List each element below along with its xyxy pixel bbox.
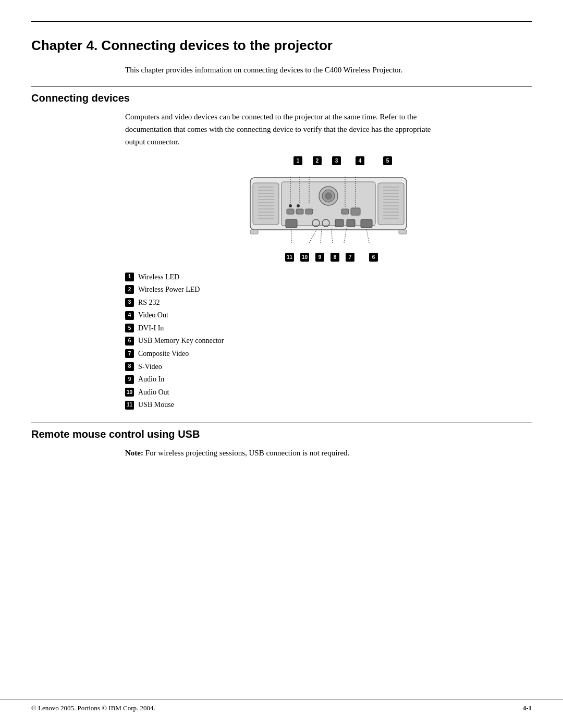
svg-rect-29	[287, 209, 294, 214]
section2: Remote mouse control using USB Note: For…	[31, 423, 532, 459]
svg-point-35	[297, 204, 300, 207]
legend-label-9: Audio In	[138, 374, 164, 385]
legend-badge-8: 8	[125, 362, 134, 371]
legend-label-6: USB Memory Key connector	[138, 336, 224, 346]
legend-badge-2: 2	[125, 285, 134, 294]
svg-rect-47	[250, 230, 258, 234]
footer-copyright: © Lenovo 2005. Portions © IBM Corp. 2004…	[31, 704, 155, 712]
svg-rect-33	[351, 208, 360, 215]
legend-label-11: USB Mouse	[138, 400, 174, 410]
num-badge-9: 9	[315, 253, 324, 262]
legend-badge-4: 4	[125, 311, 134, 320]
legend-label-7: Composite Video	[138, 349, 189, 359]
section1-rule	[31, 87, 532, 87]
svg-rect-32	[341, 209, 349, 214]
legend-item-6: 6 USB Memory Key connector	[125, 336, 532, 346]
num-badge-7: 7	[346, 253, 354, 262]
svg-rect-38	[335, 219, 344, 227]
legend-item-8: 8 S-Video	[125, 362, 532, 372]
legend-label-2: Wireless Power LED	[138, 285, 200, 295]
legend-badge-5: 5	[125, 324, 134, 332]
note-label: Note:	[125, 449, 145, 457]
svg-rect-30	[296, 209, 303, 214]
projector-illustration	[240, 167, 417, 251]
num-badge-8: 8	[331, 253, 339, 262]
legend-badge-1: 1	[125, 273, 134, 281]
svg-rect-37	[347, 219, 355, 227]
num-badge-2: 2	[313, 156, 322, 165]
legend-item-2: 2 Wireless Power LED	[125, 285, 532, 295]
footer-page-number: 4-1	[523, 704, 532, 712]
legend-item-5: 5 DVI-I In	[125, 323, 532, 334]
svg-rect-36	[361, 219, 372, 228]
legend-item-9: 9 Audio In	[125, 374, 532, 385]
num-badge-11: 11	[285, 253, 294, 262]
num-badge-1: 1	[293, 156, 302, 165]
legend-badge-3: 3	[125, 298, 134, 307]
svg-rect-48	[399, 230, 407, 234]
section2-rule	[31, 423, 532, 423]
legend-item-1: 1 Wireless LED	[125, 272, 532, 282]
chapter-title: Chapter 4. Connecting devices to the pro…	[31, 38, 532, 54]
section1-title: Connecting devices	[31, 92, 532, 104]
legend-label-10: Audio Out	[138, 387, 169, 398]
section1-body: Computers and video devices can be conne…	[125, 110, 532, 411]
legend-badge-9: 9	[125, 375, 134, 384]
bottom-numbers-row: 11 10 9 8 7 6	[279, 253, 378, 262]
note-paragraph: Note: For wireless projecting sessions, …	[125, 447, 448, 459]
legend-badge-10: 10	[125, 388, 134, 397]
svg-point-28	[325, 192, 332, 200]
legend-item-3: 3 RS 232	[125, 298, 532, 308]
legend-item-10: 10 Audio Out	[125, 387, 532, 398]
num-badge-6: 6	[369, 253, 378, 262]
legend-badge-7: 7	[125, 349, 134, 358]
section2-title: Remote mouse control using USB	[31, 428, 532, 440]
section2-body: Note: For wireless projecting sessions, …	[125, 447, 532, 459]
connector-legend: 1 Wireless LED 2 Wireless Power LED 3 RS…	[125, 272, 532, 411]
legend-label-3: RS 232	[138, 298, 160, 308]
note-text-body: For wireless projecting sessions, USB co…	[145, 449, 350, 457]
legend-label-5: DVI-I In	[138, 323, 164, 334]
svg-rect-31	[305, 209, 313, 214]
legend-badge-6: 6	[125, 337, 134, 346]
svg-line-50	[309, 229, 317, 243]
legend-item-11: 11 USB Mouse	[125, 400, 532, 410]
svg-line-54	[366, 229, 369, 243]
page-content: Chapter 4. Connecting devices to the pro…	[0, 38, 563, 459]
top-rule	[31, 21, 532, 22]
num-badge-4: 4	[356, 156, 364, 165]
section1-text: Computers and video devices can be conne…	[125, 110, 448, 148]
num-badge-5: 5	[383, 156, 392, 165]
legend-item-7: 7 Composite Video	[125, 349, 532, 359]
legend-badge-11: 11	[125, 401, 134, 410]
intro-paragraph: This chapter provides information on con…	[125, 64, 438, 76]
top-numbers-row: 1 2 3 4 5	[265, 156, 392, 165]
num-badge-10: 10	[300, 253, 309, 262]
svg-point-34	[289, 204, 292, 207]
intro-text-body: This chapter provides information on con…	[125, 64, 438, 76]
page-footer: © Lenovo 2005. Portions © IBM Corp. 2004…	[0, 699, 563, 712]
svg-rect-41	[286, 219, 297, 228]
legend-item-4: 4 Video Out	[125, 310, 532, 320]
projector-diagram: 1 2 3 4 5	[229, 156, 427, 262]
num-badge-3: 3	[332, 156, 341, 165]
legend-label-4: Video Out	[138, 310, 168, 320]
legend-label-8: S-Video	[138, 362, 162, 372]
legend-label-1: Wireless LED	[138, 272, 179, 282]
